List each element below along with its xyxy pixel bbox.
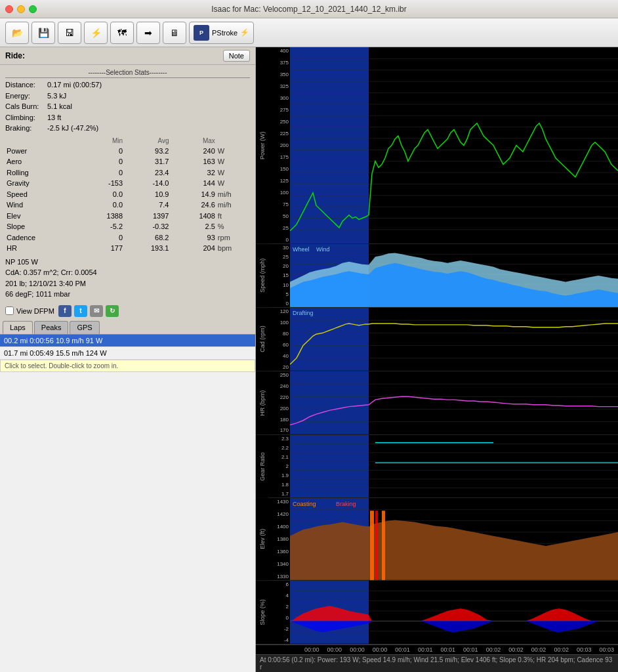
cadence-stat-row: Cadence068.293rpm [5, 232, 250, 243]
time-tick-3: 00:00 [346, 646, 369, 653]
energy-label: Energy: [5, 91, 45, 102]
dfpm-checkbox[interactable] [5, 306, 14, 315]
hr-chart [290, 371, 618, 434]
gear-y-label: Gear Ratio [256, 435, 269, 498]
gear-chart-svg [290, 435, 618, 498]
left-panel: Ride: Note --------Selection Stats------… [0, 47, 256, 672]
energy-row: Energy: 5.3 kJ [5, 91, 250, 102]
save-button[interactable]: 💾 [31, 22, 55, 44]
open-button[interactable]: 📂 [5, 22, 29, 44]
braking-value: -2.5 kJ (-47.2%) [47, 123, 98, 134]
charts-container: Power (W) 400 375 350 325 300 275 250 22… [256, 47, 618, 654]
pstroke-icon: ⚡ [240, 28, 249, 37]
gear-chart-row: Gear Ratio 2.3 2.2 2.1 2 1.9 1.8 1.7 [256, 435, 618, 499]
lap-item-1[interactable]: 00.2 mi 0:00:56 10.9 m/h 91 W [0, 335, 255, 347]
conditions-row: 66 degF; 1011 mbar [5, 289, 250, 300]
tab-laps[interactable]: Laps [3, 321, 33, 334]
tab-gps[interactable]: GPS [70, 321, 99, 334]
minimize-button[interactable] [17, 5, 25, 13]
facebook-icon[interactable]: f [58, 305, 72, 317]
svg-text:Coasting: Coasting [293, 501, 316, 507]
map-button[interactable]: 🗺 [110, 22, 134, 44]
ride-label: Ride: [5, 51, 25, 60]
power-stat-row: Power093.2240W [5, 146, 250, 157]
note-button[interactable]: Note [223, 50, 250, 62]
speed-stat-row: Speed0.010.914.9mi/h [5, 189, 250, 200]
svg-rect-55 [370, 511, 374, 581]
braking-row: Braking: -2.5 kJ (-47.2%) [5, 123, 250, 134]
svg-text:Wheel: Wheel [293, 247, 310, 253]
power-chart [290, 47, 618, 243]
speed-chart: Wheel Wind [290, 244, 618, 307]
slope-chart-row: Slope (%) 6 4 2 0 -2 -4 [256, 581, 618, 644]
energy-value: 5.3 kJ [47, 91, 66, 102]
speed-chart-svg: Wheel Wind [290, 244, 618, 307]
time-tick-12: 00:02 [550, 646, 573, 653]
hr-chart-row: HR (bpm) 250 240 220 200 180 170 [256, 371, 618, 435]
time-tick-14: 00:03 [596, 646, 618, 653]
cda-row: CdA: 0.357 m^2; Crr: 0.0054 [5, 267, 250, 278]
hr-y-label: HR (bpm) [256, 371, 269, 434]
power-chart-row: Power (W) 400 375 350 325 300 275 250 22… [256, 47, 618, 244]
time-tick-1: 00:00 [300, 646, 323, 653]
lap-hint: Click to select. Double-click to zoom in… [0, 360, 255, 372]
svg-text:Drafting: Drafting [293, 310, 314, 317]
conditions-value: 66 degF; 1011 mbar [5, 290, 70, 298]
gear-chart [290, 435, 618, 498]
window-title: Isaac for Mac: Velocomp_12_10_2021_1440_… [211, 5, 407, 14]
time-tick-11: 00:02 [527, 646, 550, 653]
cals-label: Cals Burn: [5, 101, 45, 112]
usb-button[interactable]: ⚡ [84, 22, 108, 44]
time-tick-5: 00:01 [391, 646, 414, 653]
climbing-row: Climbing: 13 ft [5, 112, 250, 123]
pstroke-logo: P [194, 25, 209, 41]
maximize-button[interactable] [29, 5, 37, 13]
tab-peaks[interactable]: Peaks [34, 321, 69, 334]
time-tick-13: 00:03 [573, 646, 596, 653]
svg-rect-38 [290, 435, 369, 498]
distance-value: 0.17 mi (0:00:57) [47, 79, 102, 91]
elev-y-label: Elev (ft) [256, 498, 269, 580]
braking-label: Braking: [5, 123, 45, 134]
elevation-chart-row: Elev (ft) 1430 1420 1400 1380 1360 1340 … [256, 498, 618, 581]
svg-text:Braking: Braking [336, 501, 356, 507]
elev-y-axis: 1430 1420 1400 1380 1360 1340 1330 [269, 498, 290, 580]
email-icon[interactable]: ✉ [90, 305, 103, 317]
lap-1-text: 00.2 mi 0:00:56 10.9 m/h 91 W [4, 337, 102, 345]
twitter-icon[interactable]: t [74, 305, 87, 317]
arrow-button[interactable]: ➡ [136, 22, 160, 44]
close-button[interactable] [5, 5, 13, 13]
power-y-label: Power (W) [256, 47, 269, 243]
lap-2-text: 01.7 mi 0:05:49 15.5 m/h 124 W [4, 349, 107, 357]
lap-hint-text: Click to select. Double-click to zoom in… [5, 362, 118, 369]
time-tick-10: 00:02 [505, 646, 527, 653]
time-tick-2: 00:00 [323, 646, 346, 653]
bottom-status-bar: At 0:00:56 (0.2 mi): Power: 193 W; Speed… [256, 654, 618, 672]
distance-row: Distance: 0.17 mi (0:00:57) [5, 79, 250, 91]
lap-item-2[interactable]: 01.7 mi 0:05:49 15.5 m/h 124 W [0, 347, 255, 360]
pstroke-button[interactable]: P PStroke ⚡ [189, 22, 254, 44]
weight-value: 201 lb; 12/10/21 3:40 PM [5, 280, 86, 287]
slope-chart [290, 581, 618, 644]
refresh-icon[interactable]: ↻ [106, 305, 119, 317]
monitor-button[interactable]: 🖥 [163, 22, 186, 44]
hr-y-axis: 250 240 220 200 180 170 [269, 371, 290, 434]
distance-label: Distance: [5, 79, 45, 91]
rolling-stat-row: Rolling023.432W [5, 167, 250, 178]
laps-list: 00.2 mi 0:00:56 10.9 m/h 91 W 01.7 mi 0:… [0, 335, 255, 673]
title-bar: Isaac for Mac: Velocomp_12_10_2021_1440_… [0, 0, 618, 18]
stats-table: Min Avg Max Power093.2240W Aero031.7163W… [5, 136, 250, 254]
np-value: NP 105 W [5, 258, 38, 266]
dfpm-checkbox-label[interactable]: View DFPM [5, 306, 54, 315]
svg-rect-57 [375, 511, 378, 581]
slope-y-label: Slope (%) [256, 581, 269, 644]
climbing-value: 13 ft [47, 112, 61, 123]
svg-text:Wind: Wind [316, 247, 330, 253]
save-as-button[interactable]: 🖫 [58, 22, 81, 44]
weight-row: 201 lb; 12/10/21 3:40 PM [5, 278, 250, 289]
time-axis: 00:00 00:00 00:00 00:00 00:01 00:01 00:0… [256, 644, 618, 654]
svg-rect-33 [290, 371, 369, 434]
aero-stat-row: Aero031.7163W [5, 156, 250, 167]
tabs-bar: Laps Peaks GPS [0, 320, 255, 335]
svg-marker-66 [290, 606, 618, 621]
